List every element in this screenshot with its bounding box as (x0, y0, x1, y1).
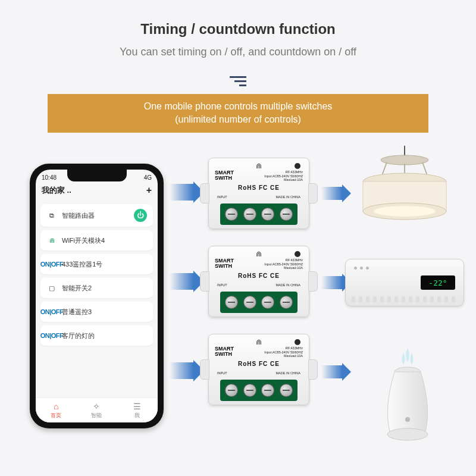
smart-switch-module: ⋒ SMART SWITH RF:433MHz Input:AC85-240V … (208, 158, 309, 229)
device-label: 433遥控器1号 (62, 261, 102, 268)
router-label: 智能路由器 (62, 211, 95, 220)
device-label: WiFi开关模块4 (62, 236, 105, 245)
wifi-icon: ⋒ (256, 338, 262, 346)
device-label: 普通遥控3 (62, 308, 92, 317)
home-icon: ⌂ (54, 402, 58, 411)
io-in: INPUT (217, 195, 227, 199)
feature-banner: One mobile phone controls multiple switc… (48, 94, 428, 133)
device-label: 客厅的灯的 (62, 331, 95, 340)
spec-line: Input:AC85-240V 50/60HZ (264, 350, 303, 354)
screw-icon (280, 296, 293, 309)
terminal-block (220, 380, 298, 401)
io-in: INPUT (217, 283, 227, 287)
phone-mockup: 10:48 4G 我的家 .. + ⧉ 智能路由器 ⏻ ⋒ WiFi开关模块4 … (30, 164, 164, 428)
screw-icon (243, 296, 256, 309)
arrow-icon (170, 271, 204, 292)
humidifier-icon (375, 348, 440, 443)
router-icon: ⧉ (46, 210, 57, 221)
power-button-icon[interactable]: ⏻ (134, 209, 147, 222)
screw-icon (243, 208, 256, 221)
screw-icon (280, 384, 293, 397)
device-card[interactable]: ON|OFF 客厅的灯的 (40, 325, 153, 346)
screw-icon (261, 384, 274, 397)
spec-line: RF:433MHz (286, 170, 303, 174)
device-card[interactable]: ▢ 智能开关2 (40, 278, 153, 298)
ir-sensor-icon (295, 163, 300, 169)
page-subtitle: You can set timing on / off, and countdo… (0, 46, 476, 58)
terminal-block (220, 203, 298, 225)
module-certs: RoHS FC CE (209, 273, 309, 279)
onoff-icon: ON|OFF (46, 306, 57, 317)
profile-icon: ☰ (133, 402, 141, 411)
app-home-title[interactable]: 我的家 .. (42, 185, 71, 196)
module-specs: RF:433MHz Input:AC85-240V 50/60HZ Maxloa… (264, 170, 303, 182)
screw-icon (280, 208, 293, 221)
screw-icon (225, 208, 238, 221)
made-label: MADE IN CHINA (275, 371, 300, 375)
onoff-icon: ON|OFF (46, 259, 57, 270)
made-label: MADE IN CHINA (275, 195, 300, 199)
ir-sensor-icon (295, 339, 300, 345)
arrow-icon (321, 363, 351, 381)
brand-line: SWITH (215, 263, 232, 269)
switch-icon: ▢ (46, 283, 57, 293)
module-io-labels: INPUT MADE IN CHINA (209, 195, 309, 199)
spec-line: Maxload:10A (284, 266, 303, 270)
nav-home[interactable]: ⌂ 首页 (36, 398, 76, 422)
bottom-nav: ⌂ 首页 ✧ 智能 ☰ 我 (36, 397, 158, 422)
terminal-block (220, 292, 298, 313)
spec-line: Maxload:10A (284, 178, 303, 181)
air-conditioner-icon: -22° (345, 259, 464, 306)
page-title: Timing / countdown function (0, 0, 476, 37)
svg-point-8 (374, 206, 436, 217)
device-card[interactable]: ⋒ WiFi开关模块4 (40, 230, 153, 250)
io-in: INPUT (217, 371, 227, 375)
screw-icon (261, 208, 274, 221)
brand-line: SWITH (215, 351, 232, 357)
menu-lines-icon (230, 76, 246, 88)
module-brand: SMART SWITH (215, 170, 234, 181)
screw-icon (225, 384, 238, 397)
nav-label: 智能 (91, 412, 102, 419)
phone-notch (67, 170, 127, 181)
svg-point-10 (387, 428, 428, 440)
nav-label: 我 (134, 412, 140, 419)
svg-point-1 (381, 155, 428, 165)
spec-line: RF:433MHz (286, 258, 303, 262)
status-time: 10:48 (42, 174, 57, 181)
screw-icon (225, 296, 238, 309)
spec-line: RF:433MHz (286, 346, 303, 350)
spec-line: Input:AC85-240V 50/60HZ (264, 174, 303, 178)
wifi-icon: ⋒ (256, 162, 262, 170)
nav-me[interactable]: ☰ 我 (117, 398, 158, 422)
svg-point-11 (405, 417, 410, 422)
module-certs: RoHS FC CE (209, 361, 309, 367)
device-card[interactable]: ON|OFF 普通遥控3 (40, 302, 153, 322)
spec-line: Input:AC85-240V 50/60HZ (264, 262, 303, 266)
onoff-icon: ON|OFF (46, 330, 57, 341)
nav-smart[interactable]: ✧ 智能 (76, 398, 117, 422)
smart-icon: ✧ (93, 402, 100, 411)
status-network: 4G (144, 174, 152, 181)
phone-screen: 10:48 4G 我的家 .. + ⧉ 智能路由器 ⏻ ⋒ WiFi开关模块4 … (36, 170, 158, 422)
banner-line-1: One mobile phone controls multiple switc… (144, 101, 333, 111)
wifi-icon: ⋒ (256, 250, 262, 258)
nav-label: 首页 (51, 412, 61, 419)
screw-icon (243, 384, 256, 397)
screw-icon (261, 296, 274, 309)
device-card[interactable]: ON|OFF 433遥控器1号 (40, 254, 153, 274)
arrow-icon (170, 181, 204, 203)
spec-line: Maxload:10A (284, 354, 303, 358)
made-label: MADE IN CHINA (275, 283, 300, 287)
diagram-stage: 10:48 4G 我的家 .. + ⧉ 智能路由器 ⏻ ⋒ WiFi开关模块4 … (0, 158, 476, 467)
router-card[interactable]: ⧉ 智能路由器 ⏻ (40, 204, 153, 227)
add-device-icon[interactable]: + (146, 185, 152, 196)
ceiling-lamp-icon (354, 146, 455, 229)
wifi-icon: ⋒ (46, 235, 57, 246)
device-label: 智能开关2 (62, 284, 92, 293)
switch-modules-column: ⋒ SMART SWITH RF:433MHz Input:AC85-240V … (208, 158, 309, 422)
ac-display: -22° (421, 275, 455, 290)
ir-sensor-icon (295, 251, 300, 257)
app-header: 我的家 .. + (36, 181, 158, 201)
arrow-icon (170, 360, 204, 381)
